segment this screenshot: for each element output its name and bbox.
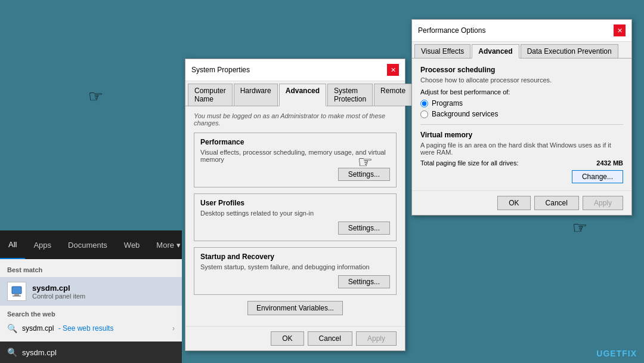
sysprop-tabs: Computer Name Hardware Advanced System P… (185, 81, 405, 106)
perfopts-close-button[interactable]: ✕ (614, 24, 626, 36)
background-services-radio-label[interactable]: Background services (420, 110, 623, 118)
web-search-left: 🔍 sysdm.cpl - See web results (7, 324, 113, 333)
perfopts-cancel-button[interactable]: Cancel (534, 196, 579, 210)
perfopts-apply-button[interactable]: Apply (583, 196, 623, 210)
search-tabs: All Apps Documents Web More ▾ (0, 230, 182, 259)
watermark: UGETFIX (596, 349, 637, 358)
chevron-right-icon: › (172, 324, 175, 333)
tab-more[interactable]: More ▾ (148, 230, 189, 259)
perfopts-footer: OK Cancel Apply (412, 190, 631, 215)
search-icon: 🔍 (7, 324, 17, 333)
user-profiles-settings-button[interactable]: Settings... (338, 222, 390, 235)
startup-recovery-title: Startup and Recovery (200, 253, 390, 261)
processor-scheduling-title: Processor scheduling (420, 66, 623, 74)
search-web-label: Search the web (0, 306, 182, 320)
sysprop-titlebar: System Properties ✕ (185, 59, 405, 81)
programs-radio-label[interactable]: Programs (420, 99, 623, 107)
best-match-text: sysdm.cpl Control panel item (32, 284, 85, 300)
perfopts-ok-button[interactable]: OK (497, 196, 530, 210)
search-results-area: Best match sysdm.cpl Control panel item … (0, 259, 182, 342)
svg-rect-2 (13, 296, 21, 297)
paging-label: Total paging file size for all drives: (420, 159, 518, 167)
search-icon-bottom: 🔍 (7, 347, 17, 357)
system-properties-dialog: System Properties ✕ Computer Name Hardwa… (185, 59, 405, 351)
tab-dep[interactable]: Data Execution Prevention (521, 44, 618, 58)
performance-options-dialog: Performance Options ✕ Visual Effects Adv… (411, 19, 632, 216)
svg-rect-1 (14, 294, 19, 296)
cursor-hand-3: ☜ (572, 218, 587, 238)
tab-computer-name[interactable]: Computer Name (188, 84, 233, 106)
tab-all[interactable]: All (0, 230, 25, 259)
cursor-hand-1: ☜ (88, 87, 103, 106)
perfopts-body: Processor scheduling Choose how to alloc… (412, 59, 631, 190)
sysprop-apply-button[interactable]: Apply (356, 331, 397, 346)
search-input[interactable] (22, 348, 175, 357)
tab-system-protection[interactable]: System Protection (327, 84, 373, 106)
performance-desc: Visual effects, processor scheduling, me… (200, 149, 390, 163)
tab-advanced[interactable]: Advanced (279, 84, 326, 106)
tab-hardware[interactable]: Hardware (234, 84, 278, 106)
sysprop-body: You must be logged on as an Administrato… (185, 106, 405, 326)
environment-variables-button[interactable]: Environment Variables... (247, 301, 343, 315)
result-subtitle: Control panel item (32, 293, 85, 300)
performance-settings-button[interactable]: Settings... (338, 168, 390, 181)
sysprop-ok-button[interactable]: OK (271, 331, 304, 346)
search-bar: 🔍 (0, 342, 182, 363)
best-match-item[interactable]: sysdm.cpl Control panel item (0, 277, 182, 306)
tab-web[interactable]: Web (116, 230, 148, 259)
user-profiles-desc: Desktop settings related to your sign-in (200, 210, 390, 217)
adjust-label: Adjust for best performance of: (420, 88, 623, 96)
admin-notice: You must be logged on as an Administrato… (194, 112, 397, 127)
performance-title: Performance (200, 138, 390, 146)
chevron-down-icon: ▾ (177, 241, 181, 250)
background-services-radio[interactable] (420, 110, 428, 118)
search-panel: All Apps Documents Web More ▾ Best match (0, 230, 182, 363)
result-title: sysdm.cpl (32, 284, 85, 293)
sysprop-footer: OK Cancel Apply (185, 326, 405, 350)
sysprop-close-button[interactable]: ✕ (387, 64, 399, 76)
svg-rect-0 (12, 287, 21, 294)
tab-advanced-perf[interactable]: Advanced (472, 44, 519, 59)
tab-visual-effects[interactable]: Visual Effects (414, 44, 470, 58)
startup-settings-button[interactable]: Settings... (338, 275, 390, 288)
perfopts-title: Performance Options (418, 26, 485, 35)
sysprop-title: System Properties (191, 66, 250, 74)
web-search-text: sysdm.cpl - See web results (22, 324, 113, 333)
best-match-label: Best match (0, 264, 182, 277)
startup-recovery-section: Startup and Recovery System startup, sys… (194, 247, 397, 295)
virtual-memory-desc: A paging file is an area on the hard dis… (420, 141, 623, 156)
sysdm-icon (7, 282, 26, 301)
perfopts-titlebar: Performance Options ✕ (412, 20, 631, 42)
tab-documents[interactable]: Documents (60, 230, 116, 259)
performance-section: Performance Visual effects, processor sc… (194, 133, 397, 187)
paging-value: 2432 MB (596, 159, 623, 167)
section-divider (420, 124, 623, 125)
tab-remote[interactable]: Remote (374, 84, 412, 106)
programs-radio[interactable] (420, 100, 428, 107)
paging-file-row: Total paging file size for all drives: 2… (420, 159, 623, 167)
processor-scheduling-desc: Choose how to allocate processor resourc… (420, 76, 623, 84)
startup-recovery-desc: System startup, system failure, and debu… (200, 263, 390, 270)
virtual-memory-title: Virtual memory (420, 131, 623, 139)
change-virtual-memory-button[interactable]: Change... (572, 170, 623, 183)
search-web-item[interactable]: 🔍 sysdm.cpl - See web results › (0, 320, 182, 337)
user-profiles-section: User Profiles Desktop settings related t… (194, 193, 397, 241)
user-profiles-title: User Profiles (200, 199, 390, 207)
sysprop-cancel-button[interactable]: Cancel (308, 331, 352, 346)
perfopts-tabs: Visual Effects Advanced Data Execution P… (412, 42, 631, 59)
processor-radio-group: Programs Background services (420, 99, 623, 118)
tab-apps[interactable]: Apps (25, 230, 60, 259)
